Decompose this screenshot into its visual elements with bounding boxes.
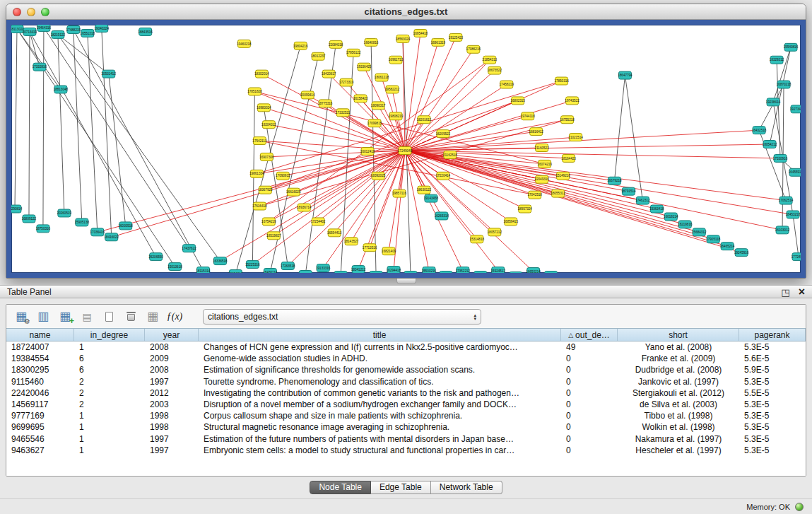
graph-edge[interactable] — [261, 74, 405, 151]
graph-node[interactable]: 18219816 — [678, 221, 693, 228]
column-header-in_degree[interactable]: in_degree — [74, 329, 145, 341]
graph-edge[interactable] — [405, 100, 572, 151]
table-row[interactable]: 1456911722003Disruption of a novel membe… — [6, 399, 806, 410]
graph-node[interactable]: 17462312 — [635, 197, 650, 204]
tab-edge-table[interactable]: Edge Table — [371, 481, 431, 494]
graph-node[interactable]: 19133316 — [316, 264, 331, 272]
graph-node[interactable]: 16821409 — [382, 247, 396, 255]
graph-edge[interactable] — [29, 32, 30, 218]
graph-node[interactable]: 17488215 — [66, 25, 81, 33]
graph-node[interactable]: 18115314 — [196, 267, 211, 273]
graph-edge[interactable] — [305, 45, 336, 273]
column-header-short[interactable]: short — [618, 329, 739, 341]
graph-edge[interactable] — [293, 151, 405, 192]
graph-node[interactable]: 17249045 — [398, 147, 413, 155]
graph-node[interactable]: 16640816 — [364, 38, 379, 46]
graph-node[interactable]: 16455918 — [789, 168, 801, 176]
graph-node[interactable]: 18057212 — [488, 228, 502, 236]
graph-node[interactable]: 15225316 — [245, 261, 260, 269]
tab-node-table[interactable]: Node Table — [310, 481, 371, 494]
graph-node[interactable]: 20531412 — [102, 70, 117, 78]
graph-node[interactable]: 17254402 — [311, 218, 326, 226]
graph-node[interactable]: 17099815 — [367, 119, 382, 127]
graph-node[interactable]: 15149216 — [555, 172, 570, 180]
graph-node[interactable]: 18302014 — [254, 70, 269, 78]
graph-node[interactable]: 16594413 — [327, 229, 342, 237]
graph-node[interactable]: 17086216 — [466, 45, 481, 53]
graph-node[interactable]: 19744118 — [521, 112, 536, 120]
graph-node[interactable]: 16158423 — [353, 95, 368, 103]
graph-node[interactable]: 17851828 — [247, 88, 262, 95]
graph-node[interactable]: 16432518 — [752, 127, 767, 134]
graph-edge[interactable] — [405, 151, 793, 214]
graph-node[interactable]: 16809122 — [22, 215, 37, 223]
graph-edge[interactable] — [405, 151, 782, 230]
graph-node[interactable]: 19464316 — [37, 25, 52, 31]
column-header-out_de[interactable]: △out_de… — [561, 329, 618, 341]
graph-node[interactable]: 18420617 — [322, 70, 336, 78]
close-panel-icon[interactable]: × — [799, 286, 805, 298]
graph-node[interactable]: 17090915 — [276, 172, 290, 180]
graph-node[interactable]: 18843516 — [138, 28, 153, 35]
table-body[interactable]: 1872400712008Changes of HCN gene express… — [6, 341, 806, 476]
graph-node[interactable]: 18140518 — [439, 271, 454, 273]
graph-node[interactable]: 16089212 — [298, 271, 313, 273]
graph-edge[interactable] — [759, 85, 784, 131]
graph-node[interactable]: 18416022 — [105, 233, 119, 241]
graph-node[interactable]: 19861334 — [249, 170, 264, 177]
graph-node[interactable]: 16209522 — [436, 130, 451, 138]
graph-node[interactable]: 17332816 — [33, 63, 47, 71]
graph-node[interactable]: 15831418 — [334, 271, 348, 273]
graph-node[interactable]: 19582212 — [385, 86, 400, 93]
table-row[interactable]: 977716911998Corpus callosum shape and si… — [6, 410, 806, 421]
window-titlebar[interactable]: citations_edges.txt — [6, 4, 806, 20]
graph-node[interactable]: 18936714 — [297, 204, 312, 211]
graph-node[interactable]: 18563024 — [396, 35, 411, 42]
add-column-button[interactable]: ▦ + — [56, 308, 74, 326]
graph-node[interactable]: 18055312 — [551, 189, 565, 197]
graph-edge[interactable] — [405, 151, 741, 252]
graph-edge[interactable] — [43, 28, 44, 228]
graph-node[interactable]: 16551318 — [81, 29, 95, 37]
graph-node[interactable]: 18054212 — [763, 141, 777, 148]
graph-node[interactable]: 22084318 — [329, 40, 343, 48]
import-table-button[interactable]: ▦ — [143, 308, 162, 326]
graph-node[interactable]: 17090316 — [369, 271, 384, 273]
graph-node[interactable]: 18090317 — [371, 102, 386, 110]
graph-node[interactable]: 17850316 — [554, 77, 569, 85]
graph-edge[interactable] — [773, 47, 791, 103]
graph-node[interactable]: 18673522 — [488, 66, 502, 74]
graph-node[interactable]: 18791514 — [621, 187, 636, 195]
graph-node[interactable]: 16816412 — [529, 128, 543, 136]
row-height-button[interactable]: ▤ — [78, 308, 96, 326]
graph-node[interactable]: 16616025 — [286, 188, 301, 196]
graph-node[interactable]: 16030518 — [119, 222, 134, 230]
graph-node[interactable]: 17220414 — [436, 172, 451, 180]
graph-node[interactable]: 18519827 — [266, 232, 281, 240]
graph-node[interactable]: 15314818 — [470, 235, 485, 243]
column-header-name[interactable]: name — [6, 329, 74, 341]
graph-node[interactable]: 16012418 — [360, 148, 375, 156]
graph-edge[interactable] — [793, 214, 799, 257]
graph-node[interactable]: 16870218 — [777, 81, 792, 88]
graph-node[interactable]: 16465214 — [720, 243, 735, 250]
graph-node[interactable]: 19245916 — [734, 249, 749, 257]
graph-node[interactable]: 19238414 — [766, 98, 781, 106]
graph-node[interactable]: 17616418 — [252, 202, 267, 210]
graph-node[interactable]: 19808219 — [389, 112, 404, 120]
tab-network-table[interactable]: Network Table — [431, 481, 502, 494]
graph-node[interactable]: 16294418 — [387, 267, 401, 273]
graph-node[interactable]: 22049316 — [534, 175, 549, 183]
graph-node[interactable]: 19743522 — [565, 97, 579, 105]
graph-node[interactable]: 20099414 — [300, 91, 315, 99]
graph-node[interactable]: 19363418 — [649, 205, 664, 213]
table-row[interactable]: 1938455462009Genome-wide association stu… — [6, 353, 806, 364]
new-document-button[interactable] — [100, 308, 118, 326]
graph-edge[interactable] — [405, 132, 536, 151]
graph-node[interactable]: 20260519 — [57, 209, 72, 217]
graph-node[interactable]: 18367925 — [258, 186, 273, 194]
graph-node[interactable]: 18813048 — [54, 86, 69, 93]
graph-edge[interactable] — [405, 42, 438, 151]
graph-node[interactable]: 18164423 — [561, 154, 576, 162]
graph-edge[interactable] — [405, 151, 727, 246]
